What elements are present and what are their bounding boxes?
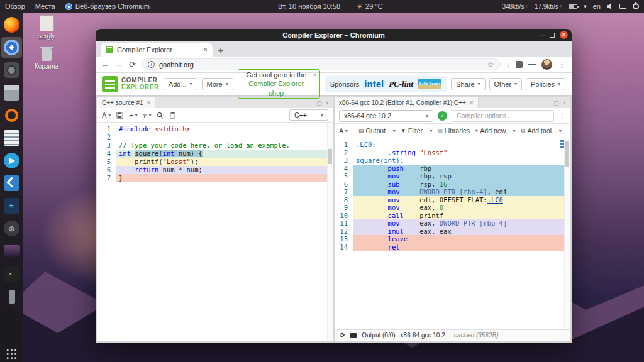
profile-avatar[interactable] — [541, 59, 552, 70]
source-editor[interactable]: 1234567 #include <stdio.h>// Type your c… — [97, 123, 333, 341]
ce-logo[interactable]: COMPILER EXPLORER — [102, 76, 159, 92]
extensions-icon[interactable] — [516, 61, 523, 68]
power-icon[interactable] — [633, 3, 639, 9]
panel-clock[interactable]: Вт, 10 ноября 10:58 — [278, 3, 340, 10]
add-editor-button[interactable]: +▾ — [129, 111, 137, 119]
output-button[interactable]: ▤Output...▾ — [358, 127, 396, 134]
downloads-icon[interactable]: ↓ — [506, 60, 511, 69]
web-browser-icon[interactable]: ⊕ — [1, 218, 22, 239]
compiler-select[interactable]: x86-64 gcc 10.2▾ — [339, 110, 433, 122]
source-pane-maximize-icon[interactable]: ▢ — [316, 100, 322, 106]
panel-menu-overview[interactable]: Обзор — [5, 3, 25, 10]
vscode-icon[interactable] — [1, 173, 22, 194]
file-icon — [40, 15, 54, 31]
file-manager-icon[interactable] — [1, 82, 22, 103]
vim-mode-button[interactable]: ν▾ — [143, 111, 151, 119]
other-button[interactable]: Other▾ — [489, 78, 523, 90]
asm-editor[interactable]: 1234567891011121314 .LC0: .string "Losst… — [335, 138, 570, 329]
forward-button[interactable]: → — [115, 60, 123, 69]
recompile-icon[interactable]: ⟳ — [340, 331, 345, 339]
asm-font-size-button[interactable]: A▾ — [339, 127, 348, 134]
pclint-logo[interactable]: PC-lint — [389, 79, 413, 89]
indicator-chevron-icon[interactable]: ▾ — [584, 3, 587, 9]
new-tab-button[interactable]: + — [213, 43, 229, 57]
address-bar[interactable]: i godbolt.org ☆ — [142, 58, 501, 70]
font-size-button[interactable]: A▾ — [102, 111, 111, 119]
add-tool-button[interactable]: ⚙Add tool...▾ — [520, 127, 561, 134]
bookmark-star-icon[interactable]: ☆ — [487, 60, 494, 69]
panel-active-window[interactable]: Веб-браузер Chromium — [65, 3, 150, 10]
maximize-button[interactable] — [550, 33, 555, 38]
source-pane-close-icon[interactable]: × — [147, 99, 151, 106]
reload-button[interactable]: ⟳ — [129, 60, 136, 69]
minimize-button[interactable]: – — [541, 31, 545, 38]
compiler-options-input[interactable] — [452, 110, 554, 122]
desktop-icon-trash[interactable]: Корзина — [29, 47, 64, 70]
source-code[interactable]: #include <stdio.h>// Type your code here… — [116, 123, 333, 341]
text-editor-icon[interactable] — [1, 128, 22, 148]
display-icon[interactable] — [619, 4, 626, 9]
telegram-icon[interactable] — [1, 150, 22, 171]
notice-close-icon[interactable]: × — [313, 70, 316, 79]
mate-app-icon[interactable] — [1, 105, 22, 126]
tab-close-icon[interactable]: × — [203, 45, 208, 54]
source-scrollbar[interactable] — [327, 123, 333, 341]
more-button[interactable]: More▾ — [202, 78, 233, 90]
intel-logo[interactable]: intel — [364, 79, 384, 89]
output-terminal-icon — [350, 333, 357, 338]
scrollbar-thumb[interactable] — [565, 141, 569, 167]
terminal-icon[interactable]: >_ — [1, 263, 22, 284]
shop-link[interactable]: Compiler Explorer shop — [248, 80, 304, 96]
output-status[interactable]: Output (0/0) — [362, 332, 395, 339]
compiler-pane-x-icon[interactable]: × — [563, 100, 566, 106]
browser-menu-icon[interactable]: ⋮ — [558, 60, 566, 69]
asm-code[interactable]: .LC0: .string "Losst"square(int): push r… — [353, 138, 570, 329]
scrollbar-thumb[interactable] — [328, 149, 332, 164]
clipboard-icon[interactable] — [169, 112, 176, 119]
save-button[interactable] — [116, 112, 123, 119]
close-button[interactable]: × — [560, 31, 568, 39]
filter-button[interactable]: ▼Filter...▾ — [401, 127, 432, 134]
source-line-numbers: 1234567 — [97, 123, 116, 341]
volume-icon[interactable] — [607, 3, 613, 9]
screenshot-thumbnail[interactable] — [1, 241, 22, 261]
desktop-icon-home[interactable]: sergly — [29, 15, 64, 40]
dock: ≈⊕>_ — [0, 13, 23, 362]
battery-icon[interactable] — [569, 4, 577, 9]
browser-tabstrip: Compiler Explorer × + — [96, 41, 572, 57]
app-grid-icon[interactable] — [6, 348, 18, 360]
keyboard-layout[interactable]: en — [593, 3, 601, 10]
add-button[interactable]: Add...▾ — [164, 78, 197, 90]
reading-list-icon[interactable] — [528, 62, 536, 68]
add-new-button[interactable]: +Add new...▾ — [475, 127, 515, 134]
chevron-down-icon: ▾ — [478, 81, 480, 87]
compiler-pane-maximize-icon[interactable]: ▢ — [553, 100, 559, 106]
chevron-down-icon: ▾ — [226, 81, 228, 87]
language-select[interactable]: C++▾ — [289, 109, 328, 121]
waveform-app-icon[interactable]: ≈ — [1, 195, 22, 216]
asm-scrollbar[interactable] — [564, 138, 570, 329]
books-icon: ▥ — [437, 128, 443, 134]
solidsands-logo[interactable]: Solid Sands — [418, 79, 441, 89]
chromium-icon[interactable] — [1, 37, 22, 58]
cache-status: - cached (3582B) — [450, 332, 499, 339]
back-button[interactable]: ← — [101, 60, 109, 69]
panel-weather[interactable]: ☀ 29 °C — [357, 3, 383, 10]
firefox-icon[interactable] — [1, 14, 22, 35]
source-pane-tab[interactable]: C++ source #1 × — [97, 97, 155, 108]
usb-device-icon[interactable] — [1, 286, 22, 307]
compiler-pane-tab[interactable]: x86-64 gcc 10.2 (Editor #1, Compiler #1)… — [335, 97, 479, 108]
chevron-down-icon: ▾ — [426, 113, 428, 119]
panel-menu-places[interactable]: Места — [35, 3, 55, 10]
compiler-row-menu-icon[interactable]: ⋮ — [558, 112, 565, 120]
browser-tab[interactable]: Compiler Explorer × — [101, 43, 213, 57]
window-titlebar[interactable]: Compiler Explorer – Chromium – × — [96, 29, 572, 41]
site-info-icon[interactable]: i — [148, 61, 155, 68]
camera-app-icon[interactable] — [1, 60, 22, 80]
policies-button[interactable]: Policies▾ — [526, 78, 565, 90]
libraries-button[interactable]: ▥Libraries — [437, 127, 470, 134]
source-pane-x-icon[interactable]: × — [326, 100, 329, 106]
search-icon[interactable] — [157, 112, 164, 119]
compiler-pane-close-icon[interactable]: × — [470, 99, 474, 106]
share-button[interactable]: Share▾ — [451, 78, 485, 90]
